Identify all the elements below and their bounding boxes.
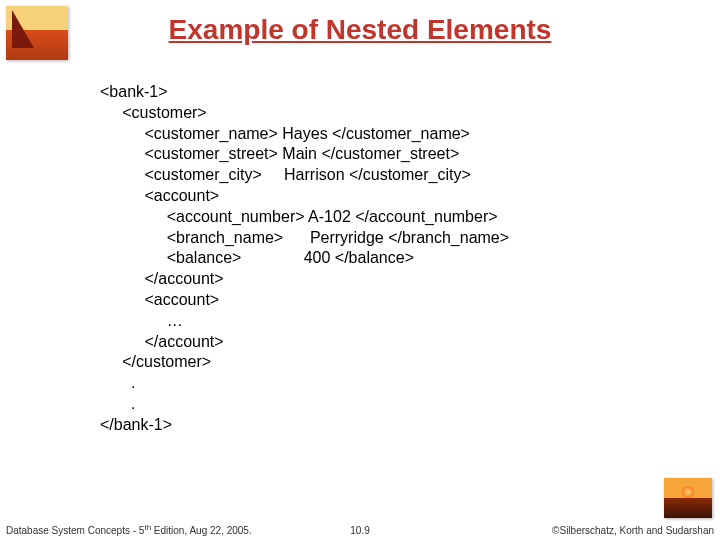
code-line: <customer_street> Main </customer_street… <box>100 144 680 165</box>
slide-title: Example of Nested Elements <box>0 14 720 46</box>
code-line: <account> <box>100 290 680 311</box>
code-block: <bank-1> <customer> <customer_name> Haye… <box>100 82 680 436</box>
code-line: <account_number> A-102 </account_number> <box>100 207 680 228</box>
code-line: <customer_name> Hayes </customer_name> <box>100 124 680 145</box>
code-line: </bank-1> <box>100 415 680 436</box>
code-line: </account> <box>100 269 680 290</box>
slide: Example of Nested Elements <bank-1> <cus… <box>0 0 720 540</box>
code-line: <account> <box>100 186 680 207</box>
code-line: <bank-1> <box>100 82 680 103</box>
footer-copyright: ©Silberschatz, Korth and Sudarshan <box>552 525 714 536</box>
sunset-water-image <box>664 478 712 518</box>
code-line: </customer> <box>100 352 680 373</box>
code-line: <balance> 400 </balance> <box>100 248 680 269</box>
code-line: . <box>100 373 680 394</box>
code-line: <customer_city> Harrison </customer_city… <box>100 165 680 186</box>
code-line: … <box>100 311 680 332</box>
code-line: </account> <box>100 332 680 353</box>
code-line: <branch_name> Perryridge </branch_name> <box>100 228 680 249</box>
code-line: . <box>100 394 680 415</box>
code-line: <customer> <box>100 103 680 124</box>
